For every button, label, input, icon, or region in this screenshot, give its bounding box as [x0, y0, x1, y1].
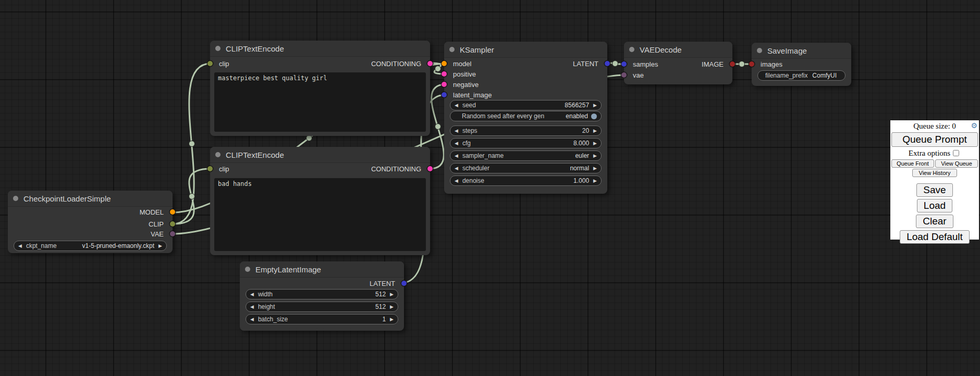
input-slot-clip[interactable] [207, 166, 213, 171]
increment-icon[interactable]: ▶ [390, 317, 394, 322]
collapse-toggle-icon[interactable] [449, 47, 455, 52]
widget-random-seed-toggle[interactable]: Random seed after every gen enabled [450, 111, 602, 121]
queue-front-button[interactable]: Queue Front [891, 159, 934, 168]
output-slot-model[interactable] [170, 209, 175, 215]
slot-label: negative [453, 81, 479, 89]
widget-label: denoise [462, 177, 484, 184]
slot-row: positive [444, 69, 607, 79]
collapse-toggle-icon[interactable] [757, 48, 762, 53]
widget-cfg[interactable]: ◀ cfg 8.000 ▶ [450, 138, 602, 148]
input-slot-clip[interactable] [207, 61, 213, 66]
widget-ckpt-name[interactable]: ◀ ckpt_name v1-5-pruned-emaonly.ckpt ▶ [14, 241, 167, 251]
increment-icon[interactable]: ▶ [593, 166, 597, 171]
decrement-icon[interactable]: ◀ [455, 103, 458, 108]
widget-width[interactable]: ◀ width 512 ▶ [246, 289, 398, 299]
settings-gear-icon[interactable]: ⚙ [971, 121, 977, 130]
decrement-icon[interactable]: ◀ [250, 305, 254, 309]
widget-filename-prefix[interactable]: filename_prefix ComfyUI [757, 70, 846, 81]
queue-prompt-button[interactable]: Queue Prompt [891, 132, 978, 147]
output-slot-image[interactable] [730, 61, 735, 67]
node-title[interactable]: CheckpointLoaderSimple [8, 191, 173, 207]
link-midpoint-dot [189, 194, 195, 199]
input-slot-negative[interactable] [442, 82, 447, 87]
link-midpoint-dot [189, 141, 195, 147]
node-emptylatentimage[interactable]: EmptyLatentImage LATENT ◀ width 512 ▶ ◀ … [240, 261, 404, 331]
increment-icon[interactable]: ▶ [593, 129, 597, 133]
widget-steps[interactable]: ◀ steps 20 ▶ [450, 126, 602, 136]
widget-sampler-name[interactable]: ◀ sampler_name euler ▶ [450, 151, 602, 161]
widget-denoise[interactable]: ◀ denoise 1.000 ▶ [450, 176, 602, 186]
increment-icon[interactable]: ▶ [390, 305, 394, 309]
collapse-toggle-icon[interactable] [629, 47, 634, 52]
slot-label: vae [633, 71, 644, 79]
node-title[interactable]: CLIPTextEncode [210, 147, 430, 163]
output-slot-clip[interactable] [170, 221, 175, 227]
input-slot-positive[interactable] [442, 71, 447, 77]
increment-icon[interactable]: ▶ [593, 103, 597, 108]
node-vaedecode[interactable]: VAEDecode samples IMAGE vae [624, 42, 732, 84]
decrement-icon[interactable]: ◀ [455, 129, 458, 133]
decrement-icon[interactable]: ◀ [455, 179, 458, 183]
node-title[interactable]: SaveImage [752, 43, 851, 59]
increment-icon[interactable]: ▶ [593, 141, 597, 146]
slot-label: clip [219, 165, 229, 173]
input-slot-vae[interactable] [621, 72, 627, 78]
node-cliptextencode-positive[interactable]: CLIPTextEncode clip CONDITIONING masterp… [210, 41, 430, 136]
widget-label: cfg [462, 140, 471, 147]
widget-value: euler [575, 152, 589, 159]
widget-label: batch_size [258, 316, 288, 323]
increment-icon[interactable]: ▶ [390, 292, 394, 297]
node-title-label: CheckpointLoaderSimple [23, 194, 111, 203]
node-checkpointloadersimple[interactable]: CheckpointLoaderSimple MODEL CLIP VAE ◀ … [8, 191, 173, 253]
node-title[interactable]: EmptyLatentImage [240, 261, 404, 278]
view-queue-button[interactable]: View Queue [935, 159, 978, 168]
collapse-toggle-icon[interactable] [13, 196, 18, 201]
output-slot-vae[interactable] [170, 231, 175, 236]
node-ksampler[interactable]: KSampler model LATENT positive negative … [444, 42, 607, 194]
node-saveimage[interactable]: SaveImage images filename_prefix ComfyUI [752, 43, 851, 86]
node-title[interactable]: CLIPTextEncode [210, 41, 430, 57]
view-history-button[interactable]: View History [912, 169, 957, 177]
node-title[interactable]: VAEDecode [624, 42, 732, 58]
decrement-icon[interactable]: ◀ [455, 154, 458, 158]
decrement-icon[interactable]: ◀ [455, 141, 458, 146]
collapse-toggle-icon[interactable] [215, 152, 220, 157]
node-graph-canvas[interactable]: CheckpointLoaderSimple MODEL CLIP VAE ◀ … [0, 0, 980, 376]
load-default-button[interactable]: Load Default [900, 230, 970, 244]
save-button[interactable]: Save [916, 183, 952, 197]
output-slot-latent[interactable] [401, 281, 407, 286]
decrement-icon[interactable]: ◀ [18, 244, 22, 248]
node-title[interactable]: KSampler [444, 42, 607, 58]
slot-row: clip CONDITIONING [210, 164, 430, 174]
widget-height[interactable]: ◀ height 512 ▶ [246, 302, 398, 312]
widget-batch-size[interactable]: ◀ batch_size 1 ▶ [246, 314, 398, 324]
slot-row: CLIP [8, 219, 173, 229]
decrement-icon[interactable]: ◀ [250, 292, 254, 297]
input-slot-images[interactable] [749, 61, 754, 67]
collapse-toggle-icon[interactable] [215, 46, 220, 51]
widget-value: 1.000 [573, 177, 589, 184]
input-slot-model[interactable] [442, 61, 447, 66]
output-slot-latent[interactable] [605, 61, 610, 66]
toggle-indicator-icon[interactable] [591, 114, 597, 119]
decrement-icon[interactable]: ◀ [455, 166, 458, 171]
output-slot-conditioning[interactable] [427, 166, 433, 171]
extra-options-checkbox[interactable] [953, 150, 959, 156]
increment-icon[interactable]: ▶ [593, 154, 597, 158]
prompt-textarea[interactable]: masterpiece best quality girl [214, 72, 426, 132]
input-slot-samples[interactable] [621, 61, 627, 67]
increment-icon[interactable]: ▶ [593, 179, 597, 183]
input-slot-latent-image[interactable] [442, 92, 447, 97]
load-button[interactable]: Load [917, 199, 952, 212]
collapse-toggle-icon[interactable] [245, 267, 250, 272]
decrement-icon[interactable]: ◀ [250, 317, 254, 322]
prompt-textarea[interactable]: bad hands [214, 178, 426, 251]
widget-scheduler[interactable]: ◀ scheduler normal ▶ [450, 163, 602, 173]
increment-icon[interactable]: ▶ [158, 244, 162, 248]
widget-seed[interactable]: ◀ seed 8566257 ▶ [450, 100, 602, 110]
slot-label: MODEL [140, 208, 164, 216]
node-cliptextencode-negative[interactable]: CLIPTextEncode clip CONDITIONING bad han… [210, 147, 430, 255]
clear-button[interactable]: Clear [916, 215, 953, 228]
output-slot-conditioning[interactable] [427, 61, 433, 66]
slot-label: LATENT [370, 280, 395, 287]
